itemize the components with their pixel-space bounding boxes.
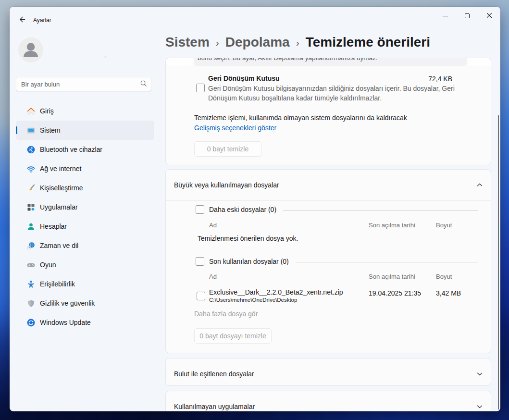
sidebar-item-label: Bluetooth ve cihazlar: [40, 146, 102, 153]
sidebar-item-zaman-dil[interactable]: Zaman ve dil: [16, 236, 154, 255]
breadcrumb-depolama[interactable]: Depolama: [225, 35, 290, 50]
sidebar-item-label: Uygulamalar: [40, 203, 78, 211]
maximize-button[interactable]: [456, 7, 478, 25]
desktop-wallpaper: Ayarlar - Giriş: [0, 0, 509, 420]
chevron-down-icon[interactable]: [476, 371, 483, 377]
column-header-name: Ad: [209, 273, 217, 280]
breadcrumb: Sistem › Depolama › Temizleme önerileri: [165, 35, 430, 50]
sidebar-item-oyun[interactable]: Oyun: [16, 255, 154, 274]
page-title: Temizleme önerileri: [306, 35, 430, 50]
window-controls: [434, 7, 500, 25]
chevron-up-icon[interactable]: [476, 182, 483, 188]
recycle-bin-checkbox[interactable]: [196, 84, 205, 92]
large-files-card: Büyük veya kullanılmayan dosyalar Daha e…: [165, 169, 491, 353]
clipped-text: bunu seçin. Bu ayar, Akıllı Depolama yap…: [198, 58, 377, 62]
accounts-icon: [26, 222, 36, 231]
accessibility-icon: [26, 280, 36, 289]
unused-apps-title: Kullanılmayan uygulamalar: [174, 403, 255, 410]
group-rule: [283, 210, 478, 210]
sidebar-item-ag-internet[interactable]: Ağ ve internet: [16, 159, 154, 178]
sidebar-item-windows-update[interactable]: Windows Update: [16, 313, 154, 332]
recent-files-group: Son kullanılan dosyalar (0): [196, 257, 478, 266]
large-files-title: Büyük veya kullanılmayan dosyalar: [174, 181, 279, 189]
windows-update-icon: [26, 318, 36, 327]
column-header-name: Ad: [209, 222, 217, 229]
advanced-options-link[interactable]: Gelişmiş seçenekleri göster: [194, 124, 276, 132]
file-last-opened: 19.04.2025 21:35: [369, 289, 421, 297]
recent-files-checkbox[interactable]: [196, 257, 204, 266]
sidebar-nav: Giriş Sistem Bluetooth ve cihazlar Ağ ve…: [16, 101, 154, 332]
file-path: C:\Users\mehme\OneDrive\Desktop: [209, 297, 297, 303]
recent-files-label: Son kullanılan dosyalar (0): [209, 258, 289, 265]
column-header-size: Boyut: [436, 273, 452, 280]
column-header-last-opened: Son açılma tarihi: [369, 222, 415, 229]
sidebar-item-label: Windows Update: [40, 319, 91, 326]
system-icon: [26, 126, 36, 135]
network-icon: [26, 164, 36, 173]
clean-button[interactable]: 0 bayt temizle: [194, 141, 261, 157]
sidebar-item-uygulamalar[interactable]: Uygulamalar: [16, 198, 154, 217]
recycle-bin-title: Geri Dönüşüm Kutusu: [208, 74, 280, 82]
sidebar-item-giris[interactable]: Giriş: [16, 101, 154, 121]
file-checkbox[interactable]: [197, 292, 205, 300]
back-arrow-icon: [18, 15, 26, 25]
sidebar-item-label: Erişilebilirlik: [40, 280, 75, 288]
recycle-bin-size: 72,4 KB: [428, 75, 452, 83]
close-icon: [486, 12, 492, 20]
sidebar-item-label: Zaman ve dil: [40, 242, 78, 249]
bluetooth-icon: [26, 145, 36, 154]
minimize-icon: [443, 16, 448, 16]
file-size: 3,42 MB: [436, 289, 461, 297]
home-icon: [26, 107, 36, 116]
sidebar-item-erisilebilirlik[interactable]: Erişilebilirlik: [16, 274, 154, 294]
column-header-last-opened: Son açılma tarihi: [369, 273, 415, 280]
see-more-files-link[interactable]: Daha fazla dosya gör: [194, 310, 258, 318]
unused-apps-card[interactable]: Kullanılmayan uygulamalar: [165, 391, 491, 411]
clipped-row-right: [468, 58, 491, 66]
sidebar-item-label: Ağ ve internet: [40, 165, 81, 173]
sidebar-item-label: Oyun: [40, 261, 56, 269]
file-name: Exclusive__Dark__2.2.0_Beta2_xentr.net.z…: [209, 288, 343, 296]
vertical-scrollbar[interactable]: [498, 115, 499, 409]
sidebar-item-label: Sistem: [40, 126, 61, 134]
minimize-button[interactable]: [434, 7, 456, 25]
no-files-text: Temizlenmesi önerilen dosya yok.: [198, 235, 298, 242]
maximize-icon: [465, 13, 470, 18]
apps-icon: [26, 203, 36, 212]
cloud-files-card[interactable]: Bulut ile eşitlenen dosyalar: [165, 358, 491, 386]
sidebar-item-gizlilik[interactable]: Gizlilik ve güvenlik: [16, 294, 154, 313]
clean-files-button[interactable]: 0 bayt dosyayı temizle: [194, 328, 272, 344]
divider: [166, 200, 491, 201]
sidebar-item-label: Gizlilik ve güvenlik: [40, 299, 95, 307]
clipped-row-left: [166, 58, 193, 66]
breadcrumb-sistem[interactable]: Sistem: [165, 35, 210, 50]
chevron-down-icon[interactable]: [476, 403, 483, 410]
app-title: Ayarlar: [33, 17, 51, 24]
search-icon: [140, 80, 147, 89]
search-input[interactable]: [21, 81, 140, 88]
back-button[interactable]: [14, 13, 29, 27]
clipped-description-strip: bunu seçin. Bu ayar, Akıllı Depolama yap…: [194, 58, 467, 66]
settings-search[interactable]: [16, 77, 151, 91]
account-avatar[interactable]: [18, 37, 43, 62]
account-name: -: [104, 53, 106, 60]
older-files-group: Daha eski dosyalar (0): [196, 205, 478, 214]
sidebar-item-label: Kişiselleştirme: [40, 184, 83, 192]
recycle-bin-description: Geri Dönüşüm Kutusu bilgisayarınızdan si…: [208, 84, 463, 103]
time-language-icon: [26, 241, 36, 250]
sidebar-item-sistem[interactable]: Sistem: [16, 121, 154, 140]
privacy-icon: [26, 299, 36, 308]
group-rule: [296, 262, 478, 262]
sidebar-item-bluetooth[interactable]: Bluetooth ve cihazlar: [16, 140, 154, 159]
close-button[interactable]: [478, 7, 500, 25]
sidebar-item-kisisellestirme[interactable]: Kişiselleştirme: [16, 178, 154, 198]
gaming-icon: [26, 260, 36, 270]
sidebar-item-label: Giriş: [40, 107, 54, 115]
settings-window: Ayarlar - Giriş: [10, 7, 500, 411]
cloud-files-title: Bulut ile eşitlenen dosyalar: [174, 370, 254, 378]
person-icon: [18, 56, 43, 62]
sidebar-item-hesaplar[interactable]: Hesaplar: [16, 217, 154, 236]
column-header-size: Boyut: [436, 222, 452, 229]
older-files-checkbox[interactable]: [196, 205, 204, 214]
sidebar-item-label: Hesaplar: [40, 222, 67, 230]
